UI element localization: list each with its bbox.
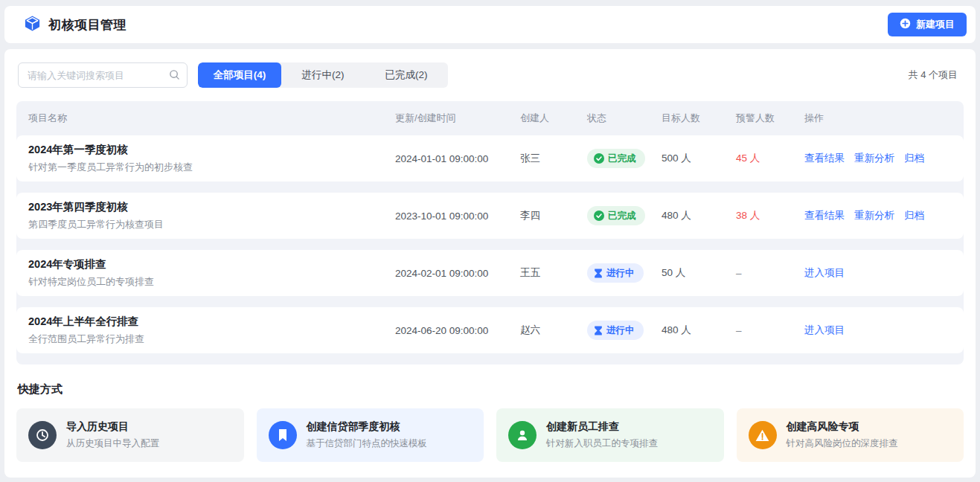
check-circle-icon xyxy=(594,153,604,164)
new-project-label: 新建项目 xyxy=(916,18,955,31)
project-description: 全行范围员工异常行为排查 xyxy=(28,332,395,346)
project-target-count: 50 人 xyxy=(662,266,736,280)
action-link[interactable]: 归档 xyxy=(904,152,924,165)
project-description: 第四季度员工异常行为核查项目 xyxy=(28,218,395,231)
project-warning-count: 45 人 xyxy=(736,152,804,165)
shortcut-card[interactable]: 创建信贷部季度初核 基于信贷部门特点的快速模板 xyxy=(257,408,484,462)
project-description: 针对第一季度员工异常行为的初步核查 xyxy=(28,161,395,174)
new-project-button[interactable]: 新建项目 xyxy=(888,13,967,36)
table-body: 2024年第一季度初核 针对第一季度员工异常行为的初步核查 2024-01-01… xyxy=(16,135,964,353)
row-actions: 进入项目 xyxy=(804,324,952,337)
project-creator: 张三 xyxy=(520,152,587,165)
page-header: 初核项目管理 新建项目 xyxy=(4,6,976,43)
project-name-cell: 2024年专项排查 针对特定岗位员工的专项排查 xyxy=(28,257,395,289)
table-row: 2024年专项排查 针对特定岗位员工的专项排查 2024-02-01 09:00… xyxy=(16,250,964,296)
shortcuts-title: 快捷方式 xyxy=(18,382,962,396)
project-target-count: 500 人 xyxy=(662,152,736,165)
status-badge: 进行中 xyxy=(587,263,644,283)
project-name: 2024年上半年全行排查 xyxy=(28,315,395,329)
total-count: 共 4 个项目 xyxy=(909,68,958,82)
project-time: 2024-01-01 09:00:00 xyxy=(395,153,520,164)
check-circle-icon xyxy=(594,211,604,221)
row-actions: 查看结果重新分析归档 xyxy=(804,209,952,222)
project-target-count: 480 人 xyxy=(662,324,736,337)
project-table: 项目名称 更新/创建时间 创建人 状态 目标人数 预警人数 操作 2024年第一… xyxy=(16,101,964,364)
hourglass-icon xyxy=(594,326,603,335)
status-label: 已完成 xyxy=(608,152,636,165)
table-row: 2024年第一季度初核 针对第一季度员工异常行为的初步核查 2024-01-01… xyxy=(16,135,964,181)
col-header-warning: 预警人数 xyxy=(736,112,804,125)
project-status-cell: 已完成 xyxy=(587,149,662,168)
toolbar: 全部项目(4)进行中(2)已完成(2) 共 4 个项目 xyxy=(18,62,964,88)
search-input[interactable] xyxy=(18,62,188,88)
action-link[interactable]: 查看结果 xyxy=(804,209,845,222)
project-warning-count: – xyxy=(736,268,804,279)
col-header-time: 更新/创建时间 xyxy=(395,112,520,125)
project-creator: 李四 xyxy=(520,209,587,222)
project-name-cell: 2023年第四季度初核 第四季度员工异常行为核查项目 xyxy=(28,200,395,231)
project-description: 针对特定岗位员工的专项排查 xyxy=(28,275,395,289)
project-status-cell: 进行中 xyxy=(587,263,662,283)
status-badge: 已完成 xyxy=(587,206,645,225)
bookmark-icon xyxy=(269,421,297,449)
status-label: 进行中 xyxy=(606,267,635,280)
shortcut-card[interactable]: 创建新员工排查 针对新入职员工的专项排查 xyxy=(496,408,724,462)
shortcut-title: 创建信贷部季度初核 xyxy=(307,420,428,434)
action-link[interactable]: 重新分析 xyxy=(854,152,894,165)
clock-icon xyxy=(28,421,57,449)
action-link[interactable]: 查看结果 xyxy=(804,152,845,165)
shortcut-card[interactable]: 创建高风险专项 针对高风险岗位的深度排查 xyxy=(737,408,964,462)
shortcut-card[interactable]: 导入历史项目 从历史项目中导入配置 xyxy=(16,408,244,462)
project-target-count: 480 人 xyxy=(662,209,736,222)
shortcuts-grid: 导入历史项目 从历史项目中导入配置 创建信贷部季度初核 基于信贷部门特点的快速模… xyxy=(16,408,964,462)
project-status-cell: 已完成 xyxy=(587,206,662,225)
project-name: 2024年专项排查 xyxy=(28,257,395,271)
project-creator: 赵六 xyxy=(520,324,587,337)
project-name: 2024年第一季度初核 xyxy=(28,143,395,157)
col-header-actions: 操作 xyxy=(804,112,952,125)
status-label: 进行中 xyxy=(606,324,635,337)
project-time: 2024-06-20 09:00:00 xyxy=(395,325,520,336)
action-link[interactable]: 归档 xyxy=(904,209,924,222)
main-card: 全部项目(4)进行中(2)已完成(2) 共 4 个项目 项目名称 更新/创建时间… xyxy=(4,49,976,478)
project-warning-count: – xyxy=(736,325,804,336)
project-name-cell: 2024年第一季度初核 针对第一季度员工异常行为的初步核查 xyxy=(28,143,395,174)
project-warning-count: 38 人 xyxy=(736,209,804,222)
row-actions: 查看结果重新分析归档 xyxy=(804,152,952,165)
search-box xyxy=(18,62,188,88)
plus-circle-icon xyxy=(900,18,911,31)
col-header-status: 状态 xyxy=(587,112,662,125)
tab-0[interactable]: 全部项目(4) xyxy=(198,62,281,88)
shortcut-title: 创建高风险专项 xyxy=(787,420,898,434)
shortcut-description: 基于信贷部门特点的快速模板 xyxy=(307,437,428,450)
row-actions: 进入项目 xyxy=(804,266,952,280)
project-creator: 王五 xyxy=(520,266,587,280)
project-status-cell: 进行中 xyxy=(587,321,662,340)
col-header-name: 项目名称 xyxy=(28,112,395,125)
tab-group: 全部项目(4)进行中(2)已完成(2) xyxy=(198,62,448,88)
shortcut-title: 导入历史项目 xyxy=(66,420,159,434)
table-header-row: 项目名称 更新/创建时间 创建人 状态 目标人数 预警人数 操作 xyxy=(16,101,964,135)
project-name-cell: 2024年上半年全行排查 全行范围员工异常行为排查 xyxy=(28,315,395,346)
page-title: 初核项目管理 xyxy=(48,16,126,33)
tab-2[interactable]: 已完成(2) xyxy=(365,62,448,88)
user-icon xyxy=(508,421,537,449)
shortcut-description: 针对高风险岗位的深度排查 xyxy=(787,437,898,450)
shortcut-description: 从历史项目中导入配置 xyxy=(66,437,159,450)
project-name: 2023年第四季度初核 xyxy=(28,200,395,214)
title-wrap: 初核项目管理 xyxy=(24,15,126,35)
tab-1[interactable]: 进行中(2) xyxy=(281,62,365,88)
action-link[interactable]: 进入项目 xyxy=(804,324,845,337)
action-link[interactable]: 进入项目 xyxy=(804,266,845,280)
col-header-target: 目标人数 xyxy=(662,112,736,125)
status-badge: 已完成 xyxy=(587,149,645,168)
col-header-creator: 创建人 xyxy=(520,112,587,125)
search-icon xyxy=(169,69,180,83)
project-time: 2024-02-01 09:00:00 xyxy=(395,268,520,279)
table-row: 2023年第四季度初核 第四季度员工异常行为核查项目 2023-10-01 09… xyxy=(16,193,964,239)
shortcut-title: 创建新员工排查 xyxy=(546,420,658,434)
warning-icon xyxy=(749,421,777,449)
action-link[interactable]: 重新分析 xyxy=(854,209,894,222)
status-label: 已完成 xyxy=(608,210,636,222)
hourglass-icon xyxy=(594,269,603,278)
